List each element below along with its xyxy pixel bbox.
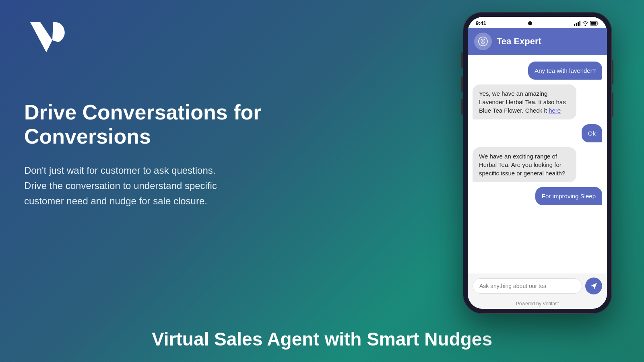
headline: Drive Conversations for Conversions: [24, 101, 262, 149]
message-4-bot: We have an exciting range of Herbal Tea.…: [473, 147, 576, 182]
logo: [24, 16, 76, 62]
svg-rect-1: [576, 23, 577, 26]
here-link[interactable]: here: [549, 107, 561, 114]
subtext: Don't just wait for customer to ask ques…: [24, 163, 262, 209]
message-5-user: For improving Sleep: [535, 187, 602, 205]
status-bar: 9:41: [468, 17, 607, 28]
chat-input[interactable]: [473, 278, 582, 294]
send-button[interactable]: [585, 278, 602, 294]
phone-shell: 9:41: [463, 12, 612, 314]
left-content: Drive Conversations for Conversions Don'…: [24, 101, 262, 209]
svg-rect-0: [574, 24, 575, 26]
svg-rect-2: [578, 22, 579, 26]
chat-input-area: [468, 274, 607, 298]
status-icons: [574, 21, 599, 26]
bottom-tagline: Virtual Sales Agent with Smart Nudges: [0, 328, 644, 350]
message-3-user: Ok: [582, 124, 602, 142]
chat-header: Tea Expert: [468, 28, 607, 55]
camera-dot: [528, 21, 532, 25]
svg-rect-5: [591, 22, 597, 25]
chat-title: Tea Expert: [497, 36, 541, 47]
phone-screen: 9:41: [468, 17, 607, 309]
chat-messages: Any tea with lavender? Yes, we have an a…: [468, 55, 607, 274]
powered-by: Powered by Verifast: [468, 298, 607, 309]
status-time: 9:41: [476, 20, 486, 26]
phone-mockup: 9:41: [463, 12, 612, 314]
message-1-user: Any tea with lavender?: [528, 62, 602, 80]
svg-rect-3: [580, 21, 581, 26]
message-2-bot: Yes, we have an amazing Lavender Herbal …: [473, 84, 576, 119]
chat-avatar: [474, 33, 492, 50]
